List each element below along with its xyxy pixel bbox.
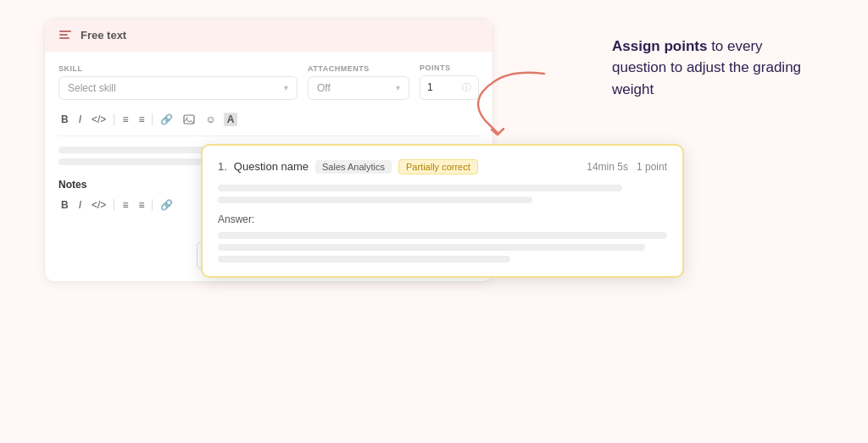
bold-button[interactable]: B <box>58 112 71 127</box>
ordered-list-button[interactable]: ≡ <box>136 112 147 127</box>
result-content <box>218 185 667 203</box>
text-format-button[interactable]: A <box>224 113 238 126</box>
notes-list-button[interactable]: ≡ <box>120 197 131 213</box>
skill-select[interactable]: Select skill ▾ <box>58 76 298 100</box>
points-info-icon: ⓘ <box>462 81 471 94</box>
answer-line-3 <box>218 256 510 263</box>
skill-select-value: Select skill <box>68 82 116 94</box>
answer-content <box>218 232 667 263</box>
notes-link-button[interactable]: 🔗 <box>158 197 175 213</box>
svg-rect-1 <box>59 34 68 36</box>
notes-divider-1 <box>114 199 114 211</box>
skill-field-group: SKILL Select skill ▾ <box>58 64 298 100</box>
attachments-select[interactable]: Off ▾ <box>308 76 409 100</box>
notes-divider-2 <box>152 199 153 211</box>
result-line-1 <box>218 185 622 191</box>
notes-bold-button[interactable]: B <box>58 197 71 213</box>
attachments-chevron-icon: ▾ <box>396 83 400 92</box>
list-button[interactable]: ≡ <box>120 112 131 127</box>
status-tag: Partially correct <box>398 159 478 174</box>
main-container: Free text SKILL Select skill ▾ ATTACHMEN… <box>44 19 824 425</box>
attachments-label: ATTACHMENTS <box>308 64 409 73</box>
fields-row: SKILL Select skill ▾ ATTACHMENTS Off ▾ P… <box>58 64 479 100</box>
result-time: 14min 5s <box>587 161 628 173</box>
answer-line-2 <box>218 244 645 251</box>
svg-rect-0 <box>59 30 71 32</box>
free-text-icon <box>58 28 74 43</box>
notes-italic-button[interactable]: I <box>76 197 84 213</box>
skill-label: SKILL <box>58 64 298 73</box>
result-card: 1. Question name Sales Analytics Partial… <box>201 144 684 278</box>
skill-chevron-icon: ▾ <box>284 83 288 92</box>
points-input[interactable]: 1 ⓘ <box>420 75 479 100</box>
answer-line-1 <box>218 232 667 239</box>
answer-label: Answer: <box>218 213 667 225</box>
points-field-group: POINTS 1 ⓘ <box>420 64 479 100</box>
code-button[interactable]: </> <box>89 112 108 127</box>
toolbar-divider-2 <box>152 114 153 125</box>
card-title: Free text <box>81 29 126 42</box>
notes-ordered-list-button[interactable]: ≡ <box>136 197 147 213</box>
svg-point-4 <box>186 117 188 119</box>
annotation-text: Assign points to every question to adjus… <box>612 36 807 101</box>
notes-code-button[interactable]: </> <box>89 197 108 213</box>
link-button[interactable]: 🔗 <box>158 112 175 127</box>
editor-toolbar: B I </> ≡ ≡ 🔗 ☺ A <box>58 112 479 136</box>
toolbar-divider-1 <box>114 114 114 125</box>
attachments-value: Off <box>317 82 331 94</box>
emoji-button[interactable]: ☺ <box>203 112 218 127</box>
question-name: Question name <box>234 160 309 173</box>
annotation-bold: Assign points <box>612 38 707 54</box>
skill-tag: Sales Analytics <box>315 160 392 174</box>
question-number: 1. <box>218 160 227 173</box>
result-line-2 <box>218 197 532 203</box>
image-button[interactable] <box>181 112 198 127</box>
result-header: 1. Question name Sales Analytics Partial… <box>218 159 667 174</box>
points-value: 1 <box>427 81 433 93</box>
result-meta: 14min 5s 1 point <box>587 161 667 173</box>
result-points: 1 point <box>637 161 667 173</box>
card-header: Free text <box>45 19 492 52</box>
svg-rect-2 <box>59 37 70 39</box>
attachments-field-group: ATTACHMENTS Off ▾ <box>308 64 409 100</box>
points-label: POINTS <box>420 64 479 72</box>
italic-button[interactable]: I <box>76 112 84 127</box>
